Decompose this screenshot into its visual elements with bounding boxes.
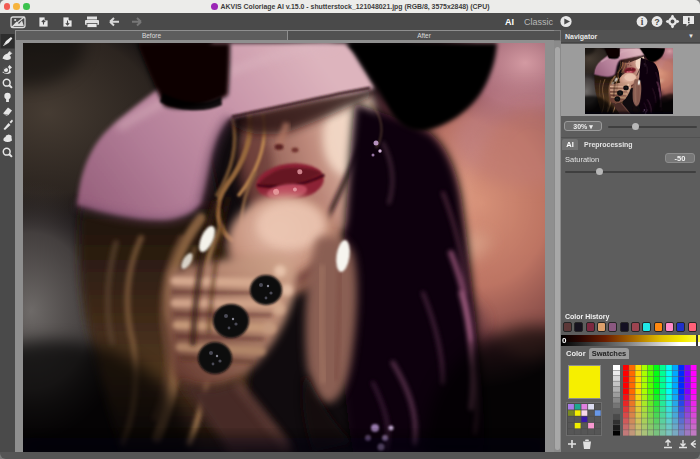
svg-text:Classic: Classic: [524, 17, 554, 27]
svg-text:i: i: [641, 17, 644, 27]
svg-text:AI: AI: [505, 17, 514, 27]
svg-text:?: ?: [654, 17, 660, 27]
